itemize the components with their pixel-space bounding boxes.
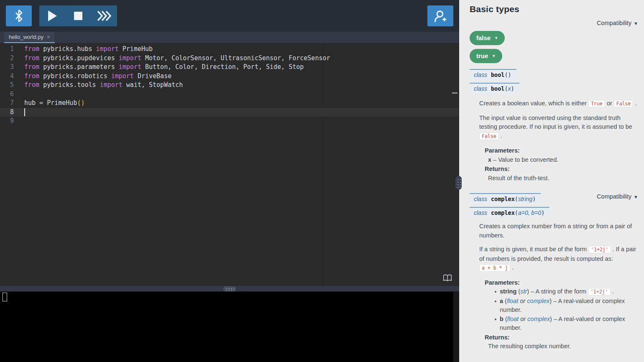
text: – Value to be converted. <box>491 156 558 163</box>
line-number: 6 <box>0 90 19 99</box>
class-signature: classcomplex(string) <box>470 193 541 204</box>
code-line[interactable]: 2from pybricks.pupdevices import Motor, … <box>0 54 459 63</box>
signature-args: a=0, b=0 <box>518 209 541 216</box>
field-item: The resulting complex number. <box>488 342 638 351</box>
code-editor[interactable]: 1from pybricks.hubs import PrimeHub2from… <box>0 43 459 286</box>
field-item: b (float or complex) – A real-valued or … <box>495 315 638 333</box>
text: The input value is converted using the s… <box>479 115 632 130</box>
tab-bar: hello_world.py × <box>0 32 459 43</box>
param-name: a <box>500 298 503 304</box>
documentation-panel: Basic types Compatibility▼false▼true▼cla… <box>459 0 644 362</box>
paren-open: ( <box>515 209 518 216</box>
type-link[interactable]: float <box>507 298 518 304</box>
terminal-splitter[interactable] <box>0 286 459 292</box>
code-token: PrimeHub <box>119 45 153 53</box>
class-signature: classcomplex(a=0, b=0) <box>470 207 549 218</box>
field-item: x – Value to be converted. <box>488 156 638 165</box>
left-pane: hello_world.py × 1from pybricks.hubs imp… <box>0 0 459 362</box>
code-token: pybricks.parameters <box>39 63 119 71</box>
field-label: Parameters: <box>485 146 638 156</box>
field-label: Returns: <box>485 165 638 174</box>
code-token: pybricks.hubs <box>39 45 96 53</box>
text: Result of the truth-test. <box>488 175 549 181</box>
account-button[interactable] <box>427 5 453 26</box>
docs-section-complex: Compatibility▼classcomplex(string)classc… <box>470 193 638 351</box>
param-name: string <box>500 288 516 295</box>
keyword-token: import <box>111 72 134 80</box>
inline-code: a + b * j <box>479 264 510 272</box>
docs-title: Basic types <box>470 4 638 14</box>
field-label: Returns: <box>485 333 638 342</box>
docs-paragraph: If a string is given, it must be of the … <box>479 245 638 273</box>
inline-code: False <box>614 100 634 107</box>
docs-splitter-grip[interactable] <box>455 176 462 190</box>
code-line[interactable]: 9 <box>0 117 459 126</box>
bluetooth-button[interactable] <box>6 5 32 26</box>
code-line[interactable]: 8 <box>0 108 459 117</box>
block-pills: false▼true▼ <box>470 31 638 67</box>
code-token: Motor, ColorSensor, UltrasonicSensor, Fo… <box>141 54 330 62</box>
code-token: DriveBase <box>134 72 171 80</box>
pill-row: false▼ <box>470 31 638 49</box>
code-token: pybricks.tools <box>39 81 100 89</box>
flash-button[interactable] <box>91 5 117 26</box>
line-number: 8 <box>0 108 19 117</box>
run-button[interactable] <box>39 5 65 26</box>
text: Creates a boolean value, which is either <box>479 100 588 107</box>
pybricks-code-app: hello_world.py × 1from pybricks.hubs imp… <box>0 0 644 362</box>
compatibility-toggle[interactable]: Compatibility▼ <box>597 193 638 200</box>
text: Creates a complex number from a string o… <box>479 223 632 239</box>
type-link[interactable]: complex <box>527 316 550 322</box>
code-line[interactable]: 7hub = PrimeHub() <box>0 99 459 108</box>
tab-close-icon[interactable]: × <box>47 34 50 40</box>
line-number: 7 <box>0 99 19 108</box>
paren-close: ) <box>511 85 514 92</box>
type-link[interactable]: complex <box>527 298 549 304</box>
code-text: from pybricks.pupdevices import Motor, C… <box>19 54 330 63</box>
compatibility-toggle[interactable]: Compatibility▼ <box>470 20 638 26</box>
compatibility-label: Compatibility <box>597 193 631 200</box>
code-line[interactable]: 3from pybricks.parameters import Button,… <box>0 63 459 72</box>
false-block-pill[interactable]: false▼ <box>470 31 505 45</box>
book-icon <box>443 274 452 282</box>
line-number: 3 <box>0 63 19 72</box>
signature-args: string <box>518 196 532 202</box>
code-line[interactable]: 6 <box>0 90 459 99</box>
keyword-token: import <box>119 63 141 71</box>
code-line[interactable]: 4from pybricks.robotics import DriveBase <box>0 72 459 81</box>
docs-toggle-button[interactable] <box>443 274 452 282</box>
splitter-grip-horizontal[interactable] <box>223 286 236 291</box>
italic-text: or <box>519 316 527 322</box>
chevron-down-icon: ▼ <box>634 21 638 26</box>
tab-hello-world[interactable]: hello_world.py × <box>4 32 55 43</box>
field-item: Result of the truth-test. <box>488 174 638 183</box>
toolbar <box>0 0 459 32</box>
param-name: x <box>488 156 491 163</box>
docs-paragraph: The input value is converted using the s… <box>479 114 638 141</box>
code-text: from pybricks.hubs import PrimeHub <box>19 45 153 54</box>
class-name: bool <box>491 85 505 92</box>
class-keyword: class <box>474 71 487 78</box>
text: The resulting complex number. <box>488 343 571 349</box>
docs-section-bool: Compatibility▼false▼true▼classbool()clas… <box>470 20 638 183</box>
text: ( <box>516 288 520 295</box>
terminal-scrollbar-track[interactable] <box>453 292 459 362</box>
paren-open: ( <box>515 196 518 202</box>
code-line[interactable]: 1from pybricks.hubs import PrimeHub <box>0 45 459 54</box>
code-text: hub = PrimeHub() <box>19 99 85 108</box>
code-text <box>19 90 24 99</box>
stop-button[interactable] <box>65 5 91 26</box>
type-link[interactable]: float <box>507 316 519 322</box>
text: . <box>611 288 614 295</box>
code-text <box>19 117 24 126</box>
text: . <box>633 100 636 107</box>
type-link[interactable]: str <box>520 288 527 295</box>
true-block-pill[interactable]: true▼ <box>470 49 502 63</box>
keyword-token: from <box>24 63 39 71</box>
signature-args: x <box>508 85 511 92</box>
text: If a string is given, it must be of the … <box>479 246 588 252</box>
terminal[interactable] <box>0 292 459 362</box>
scrollbar-marker[interactable] <box>452 92 457 94</box>
code-line[interactable]: 5from pybricks.tools import wait, StopWa… <box>0 81 459 90</box>
code-token: pybricks.robotics <box>39 72 111 80</box>
